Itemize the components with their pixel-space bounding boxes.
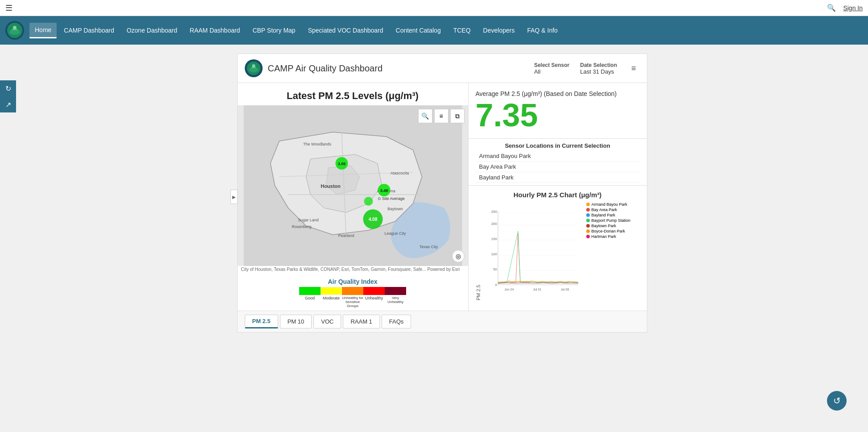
svg-point-5 [252,64,255,67]
chart-inner: 0 50 100 150 200 250 [485,202,583,300]
nav-item-raam[interactable]: RAAM Dashboard [185,23,246,37]
chart-legend: Armand Bayou Park Bay Area Park Bayland … [586,202,640,300]
svg-text:100: 100 [491,252,497,256]
header-menu-icon[interactable]: ≡ [628,62,640,75]
map-title: Latest PM 2.5 Levels (μg/m³) [238,83,468,105]
svg-text:League City: League City [384,231,406,236]
chart-y-label: PM 2.5 [476,202,481,300]
nav-item-cbp[interactable]: CBP Story Map [247,23,300,37]
map-section: ▶ Latest PM 2.5 Levels (μg/m³) [238,83,469,311]
legend-dot-baytown [586,224,590,228]
dashboard-card: CAMP Air Quality Dashboard Select Sensor… [237,54,647,332]
svg-text:4.08: 4.08 [368,217,377,222]
svg-point-24 [364,197,373,206]
svg-text:250: 250 [491,210,497,214]
legend-dot-bayland [586,213,590,217]
nav-item-voc[interactable]: Speciated VOC Dashboard [303,23,389,37]
legend-label-bay-area: Bay Area Park [592,208,617,212]
svg-text:Rosenberg: Rosenberg [292,224,311,229]
nav-item-tceq[interactable]: TCEQ [448,23,476,37]
select-sensor-value: All [534,68,569,75]
hamburger-icon[interactable]: ☰ [5,3,12,13]
chart-area: PM 2.5 0 50 100 150 [476,202,640,300]
dashboard-logo [245,59,263,77]
sensor-item-bay-area[interactable]: Bay Area Park [476,162,640,172]
nav-item-camp[interactable]: CAMP Dashboard [58,23,119,37]
nav-item-faq[interactable]: FAQ & Info [522,23,563,37]
legend-label-bayport: Bayport Pump Station [592,218,631,223]
nav-item-home[interactable]: Home [29,23,57,38]
map-container[interactable]: Houston Pasadena Atascocita Baytown Rose… [238,105,468,266]
zoom-icon[interactable]: 🔍 [418,109,432,123]
dashboard-title: CAMP Air Quality Dashboard [268,63,529,74]
legend-dot-bayport [586,219,590,222]
tab-pm25[interactable]: PM 2.5 [245,315,278,328]
legend-item-bayland: Bayland Park [586,213,640,217]
map-attribution: City of Houston, Texas Parks & Wildlife,… [238,266,468,273]
nav-item-dev[interactable]: Developers [478,23,520,37]
sensor-item-bayland[interactable]: Bayland Park [476,172,640,183]
legend-label-hartman: Hartman Park [592,234,617,239]
refresh-tool-btn[interactable]: ↻ [0,80,16,96]
tabs-row: PM 2.5 PM 10 VOC RAAM 1 FAQs [238,311,647,332]
export-tool-btn[interactable]: ↗ [0,96,16,112]
legend-item-boyce: Boyce-Dorian Park [586,229,640,233]
aqi-label-unhealthy: Unhealthy [363,296,385,308]
legend-dot-boyce [586,229,590,233]
svg-text:3.06: 3.06 [337,162,346,166]
legend-dot-bay-area [586,208,590,212]
top-bar-right: 🔍 Sign In [827,4,863,12]
avg-pm-section: Average PM 2.5 (μg/m³) (Based on Date Se… [469,83,647,139]
svg-text:3.49: 3.49 [380,188,388,193]
tab-pm10[interactable]: PM 10 [280,315,312,328]
layers-icon[interactable]: ⧉ [450,109,465,123]
date-selection-value: Last 31 Days [580,68,617,75]
svg-text:Jun 24: Jun 24 [504,288,514,291]
legend-dot-armand [586,203,590,206]
aqi-good [299,287,321,295]
tab-raam1[interactable]: RAAM 1 [343,315,379,328]
svg-text:Sugar Land: Sugar Land [298,218,319,222]
nav-item-ozone[interactable]: Ozone Dashboard [121,23,183,37]
legend-item-bay-area: Bay Area Park [586,208,640,212]
search-icon[interactable]: 🔍 [827,4,836,12]
compass-icon[interactable]: ◎ [452,250,465,262]
aqi-colors [238,287,468,295]
date-selection-control[interactable]: Date Selection Last 31 Days [580,62,617,75]
top-bar-left: ☰ [5,3,12,13]
sign-in-link[interactable]: Sign In [843,4,863,12]
list-icon[interactable]: ≡ [434,109,448,123]
svg-text:0: 0 [495,283,497,287]
date-selection-label: Date Selection [580,62,617,68]
legend-item-baytown: Baytown Park [586,224,640,228]
left-tools: ↻ ↗ [0,80,16,112]
scroll-to-top-button[interactable]: ↺ [827,391,847,411]
svg-point-2 [13,26,16,29]
select-sensor-control[interactable]: Select Sensor All [534,62,569,75]
svg-text:The Woodlands: The Woodlands [303,142,331,146]
aqi-moderate [321,287,342,295]
select-sensor-label: Select Sensor [534,62,569,68]
content-row: ▶ Latest PM 2.5 Levels (μg/m³) [238,83,647,311]
legend-label-boyce: Boyce-Dorian Park [592,229,625,233]
map-svg: Houston Pasadena Atascocita Baytown Rose… [238,105,468,266]
legend-label-bayland: Bayland Park [592,213,616,217]
aqi-legend-title: Air Quality Index [238,278,468,285]
nav-item-catalog[interactable]: Content Catalog [391,23,446,37]
tab-voc[interactable]: VOC [313,315,341,328]
main-content: CAMP Air Quality Dashboard Select Sensor… [16,45,868,341]
sensor-locations-section: Sensor Locations in Current Selection Ar… [469,139,647,186]
sensor-item-armand[interactable]: Armand Bayou Park [476,151,640,162]
expand-arrow[interactable]: ▶ [230,190,238,204]
header-controls: Select Sensor All Date Selection Last 31… [534,62,640,75]
dashboard-header: CAMP Air Quality Dashboard Select Sensor… [238,54,647,83]
legend-item-bayport: Bayport Pump Station [586,218,640,223]
chart-title: Hourly PM 2.5 Chart (μg/m³) [476,191,640,199]
tab-faqs[interactable]: FAQs [382,315,411,328]
aqi-very-unhealthy [385,287,406,295]
nav-logo [5,21,24,40]
svg-text:Jul 08: Jul 08 [560,288,569,291]
chart-svg: 0 50 100 150 200 250 [485,202,583,300]
aqi-label-moderate: Moderate [321,296,342,308]
svg-text:Atascocita: Atascocita [390,171,409,175]
